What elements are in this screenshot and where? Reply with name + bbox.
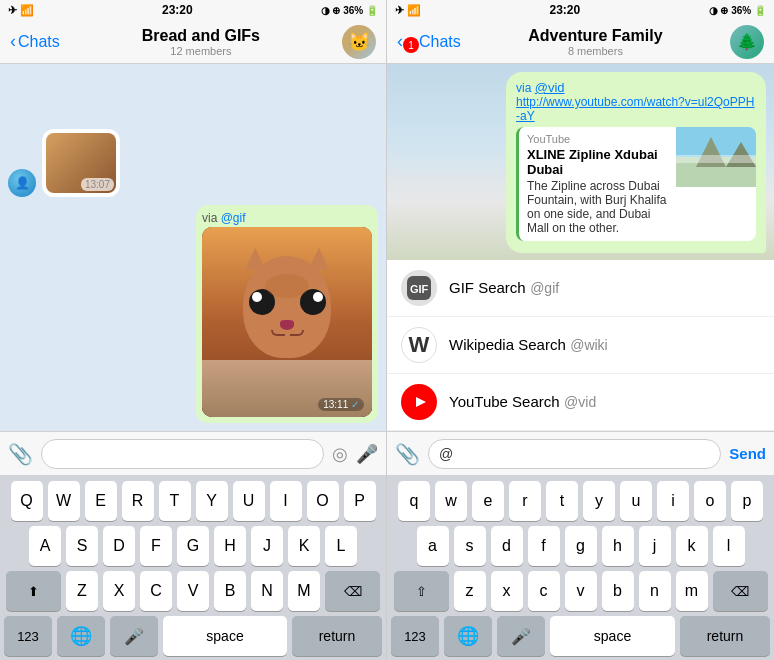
key-mic-left[interactable]: 🎤 xyxy=(110,616,158,656)
key-F[interactable]: F xyxy=(140,526,172,566)
key-k[interactable]: k xyxy=(676,526,708,566)
key-l[interactable]: l xyxy=(713,526,745,566)
svg-rect-5 xyxy=(676,155,756,163)
key-globe-left[interactable]: 🌐 xyxy=(57,616,105,656)
chat-area-left: 👤 13:07 via @gif xyxy=(0,64,386,431)
key-z[interactable]: z xyxy=(454,571,486,611)
key-w[interactable]: w xyxy=(435,481,467,521)
key-h[interactable]: h xyxy=(602,526,634,566)
key-Q[interactable]: Q xyxy=(11,481,43,521)
key-mic-right[interactable]: 🎤 xyxy=(497,616,545,656)
keyboard-row-4-right: 123 🌐 🎤 space return xyxy=(391,616,770,656)
key-globe-right[interactable]: 🌐 xyxy=(444,616,492,656)
key-n[interactable]: n xyxy=(639,571,671,611)
keyboard-row-1-right: q w e r t y u i o p xyxy=(391,481,770,521)
key-f[interactable]: f xyxy=(528,526,560,566)
yt-card-source: YouTube xyxy=(527,133,668,145)
key-u[interactable]: u xyxy=(620,481,652,521)
back-button-left[interactable]: ‹ Chats xyxy=(10,32,60,52)
key-U[interactable]: U xyxy=(233,481,265,521)
time-left: 23:20 xyxy=(162,3,193,17)
key-backspace-right[interactable]: ⌫ xyxy=(713,571,768,611)
key-y[interactable]: y xyxy=(583,481,615,521)
key-r[interactable]: r xyxy=(509,481,541,521)
key-B[interactable]: B xyxy=(214,571,246,611)
sticker-icon-left[interactable]: ◎ xyxy=(332,443,348,465)
key-v[interactable]: v xyxy=(565,571,597,611)
keyboard-row-3-left: ⬆ Z X C V B N M ⌫ xyxy=(4,571,382,611)
mic-icon-left[interactable]: 🎤 xyxy=(356,443,378,465)
key-123-left[interactable]: 123 xyxy=(4,616,52,656)
via-mention-right[interactable]: @vid xyxy=(535,80,565,95)
key-O[interactable]: O xyxy=(307,481,339,521)
back-button-right[interactable]: ‹ 1 Chats xyxy=(397,31,461,52)
status-icons-left: ✈ 📶 xyxy=(8,4,34,17)
key-G[interactable]: G xyxy=(177,526,209,566)
key-W[interactable]: W xyxy=(48,481,80,521)
key-I[interactable]: I xyxy=(270,481,302,521)
key-o[interactable]: o xyxy=(694,481,726,521)
youtube-link[interactable]: http://www.youtube.com/watch?v=ul2QoPPH-… xyxy=(516,95,756,123)
send-button[interactable]: Send xyxy=(729,445,766,462)
svg-text:GIF: GIF xyxy=(410,283,429,295)
keyboard-row-4-left: 123 🌐 🎤 space return xyxy=(4,616,382,656)
key-b[interactable]: b xyxy=(602,571,634,611)
key-Y[interactable]: Y xyxy=(196,481,228,521)
key-m[interactable]: m xyxy=(676,571,708,611)
key-g[interactable]: g xyxy=(565,526,597,566)
key-N[interactable]: N xyxy=(251,571,283,611)
key-P[interactable]: P xyxy=(344,481,376,521)
key-p[interactable]: p xyxy=(731,481,763,521)
key-X[interactable]: X xyxy=(103,571,135,611)
time-right: 23:20 xyxy=(550,3,581,17)
message-input-left[interactable] xyxy=(41,439,324,469)
key-x[interactable]: x xyxy=(491,571,523,611)
key-d[interactable]: d xyxy=(491,526,523,566)
attach-icon-left[interactable]: 📎 xyxy=(8,442,33,466)
key-J[interactable]: J xyxy=(251,526,283,566)
key-return-right[interactable]: return xyxy=(680,616,770,656)
bot-item-youtube[interactable]: YouTube Search @vid xyxy=(387,374,774,431)
key-M[interactable]: M xyxy=(288,571,320,611)
attach-icon-right[interactable]: 📎 xyxy=(395,442,420,466)
key-T[interactable]: T xyxy=(159,481,191,521)
avatar-left[interactable]: 🐱 xyxy=(342,25,376,59)
key-R[interactable]: R xyxy=(122,481,154,521)
key-j[interactable]: j xyxy=(639,526,671,566)
key-D[interactable]: D xyxy=(103,526,135,566)
key-return-left[interactable]: return xyxy=(292,616,382,656)
status-icons-right: ✈ 📶 xyxy=(395,4,421,17)
key-A[interactable]: A xyxy=(29,526,61,566)
key-C[interactable]: C xyxy=(140,571,172,611)
key-backspace-left[interactable]: ⌫ xyxy=(325,571,380,611)
keyboard-row-2-left: A S D F G H J K L xyxy=(4,526,382,566)
key-123-right[interactable]: 123 xyxy=(391,616,439,656)
key-E[interactable]: E xyxy=(85,481,117,521)
key-Z[interactable]: Z xyxy=(66,571,98,611)
key-L[interactable]: L xyxy=(325,526,357,566)
key-shift-right[interactable]: ⇧ xyxy=(394,571,449,611)
link-bubble: via @vid http://www.youtube.com/watch?v=… xyxy=(506,72,766,253)
bot-item-wiki[interactable]: W Wikipedia Search @wiki xyxy=(387,317,774,374)
key-V[interactable]: V xyxy=(177,571,209,611)
key-c[interactable]: c xyxy=(528,571,560,611)
message-input-right[interactable] xyxy=(428,439,721,469)
key-e[interactable]: e xyxy=(472,481,504,521)
key-H[interactable]: H xyxy=(214,526,246,566)
key-S[interactable]: S xyxy=(66,526,98,566)
cat-face xyxy=(232,256,342,376)
key-space-right[interactable]: space xyxy=(550,616,675,656)
key-shift-left[interactable]: ⬆ xyxy=(6,571,61,611)
key-i[interactable]: i xyxy=(657,481,689,521)
bot-item-gif[interactable]: GIF GIF Search @gif xyxy=(387,260,774,317)
avatar-right[interactable]: 🌲 xyxy=(730,25,764,59)
key-s[interactable]: s xyxy=(454,526,486,566)
status-bar-left: ✈ 📶 23:20 ◑ ⊕ 36% 🔋 xyxy=(0,0,386,20)
left-panel: ✈ 📶 23:20 ◑ ⊕ 36% 🔋 ‹ Chats Bread and GI… xyxy=(0,0,387,660)
key-space-left[interactable]: space xyxy=(163,616,287,656)
key-K[interactable]: K xyxy=(288,526,320,566)
key-a[interactable]: a xyxy=(417,526,449,566)
key-t[interactable]: t xyxy=(546,481,578,521)
cat-nose xyxy=(280,320,294,330)
key-q[interactable]: q xyxy=(398,481,430,521)
